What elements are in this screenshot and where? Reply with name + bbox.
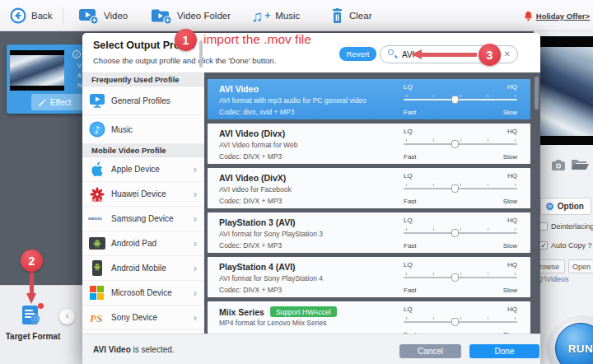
slider-lq-label: LQ: [404, 128, 413, 135]
sidebar-item-sony-device[interactable]: PSSony Device›: [82, 306, 204, 330]
slider-tick: [460, 184, 461, 186]
slider-thumb[interactable]: [451, 140, 459, 148]
slider-lq-label: LQ: [404, 83, 413, 91]
cancel-button[interactable]: Cancel: [399, 344, 461, 358]
preview-player[interactable]: [540, 36, 593, 145]
slider-thumb[interactable]: [451, 229, 459, 237]
quality-slider[interactable]: LQHQFastSlow: [404, 128, 517, 161]
quality-slider[interactable]: LQHQFastSlow: [404, 172, 517, 205]
sidebar-item-music[interactable]: ♪Music: [82, 115, 204, 144]
profile-row-avi-video-divx-[interactable]: AVI Video (Divx)AVI Video format for Web…: [208, 124, 530, 164]
option-label: Option: [558, 202, 584, 211]
sidebar-section-header: Frequently Used Profile: [82, 73, 204, 86]
deinterlacing-checkbox-row[interactable]: Deinterlacing: [539, 222, 593, 231]
slider-fast-label: Fast: [404, 242, 417, 250]
profile-row-playstation-4-avi-[interactable]: PlayStation 4 (AVI)AVI format for Sony P…: [208, 257, 530, 297]
slider-lq-label: LQ: [404, 261, 413, 268]
slider-track[interactable]: [404, 232, 517, 234]
back-button[interactable]: Back: [10, 0, 53, 31]
chevron-right-icon: ›: [194, 237, 197, 250]
slider-tick: [406, 273, 407, 275]
quality-slider[interactable]: LQHQFastSlow: [404, 261, 517, 294]
hwaccel-badge: Support HWAccel: [270, 306, 337, 317]
slider-track[interactable]: [404, 321, 517, 323]
chevron-right-icon: ›: [194, 188, 197, 200]
slider-track[interactable]: [404, 143, 517, 145]
quality-slider[interactable]: LQHQFastSlow: [404, 217, 517, 250]
slider-lq-label: LQ: [404, 217, 413, 224]
sidebar-item-huawei-device[interactable]: HUAWEIHuawei Device›: [82, 182, 204, 207]
profile-description: AVI format for Sony PlayStation 4: [219, 274, 323, 282]
profile-row-playstation-3-avi-[interactable]: PlayStation 3 (AVI)AVI format for Sony P…: [208, 212, 530, 253]
sidebar-item-apple-device[interactable]: Apple Device›: [82, 157, 204, 182]
slider-thumb[interactable]: [451, 318, 459, 326]
slider-thumb[interactable]: [451, 96, 459, 104]
slider-tick: [488, 317, 488, 320]
clear-button[interactable]: Clear: [330, 0, 371, 31]
info-icon[interactable]: i: [72, 50, 81, 58]
slider-hq-label: HQ: [507, 261, 517, 268]
add-music-label: Music: [275, 11, 300, 21]
effect-button[interactable]: Effect: [31, 94, 82, 110]
holiday-offer-link[interactable]: Holiday Offer>: [524, 0, 590, 31]
sony-icon: PS: [88, 309, 105, 326]
option-button[interactable]: ⚙ Option: [540, 198, 591, 215]
slider-thumb[interactable]: [451, 184, 459, 193]
slider-tick: [515, 95, 516, 97]
profile-title: AVI Video (Divx): [219, 128, 285, 138]
slider-thumb[interactable]: [451, 273, 459, 282]
music-plus-icon: +: [264, 10, 270, 21]
target-format-icon[interactable]: ⚙: [22, 303, 44, 326]
deinterlacing-checkbox[interactable]: [539, 222, 548, 231]
profile-description: AVI format for Sony PlayStation 3: [219, 230, 323, 238]
profile-row-avi-video-divx-[interactable]: AVI Video (DivX)AVI video for FacebookCo…: [208, 168, 530, 208]
profile-row-avi-video[interactable]: AVI VideoAVI format with mp3 audio for P…: [208, 79, 530, 119]
selection-status: AVI Video is selected.: [93, 345, 175, 354]
apple-icon: [88, 161, 105, 178]
slider-track[interactable]: [404, 277, 517, 278]
slider-tick: [460, 139, 461, 142]
auto-copy-checkbox-row[interactable]: ✓ Auto Copy ?: [539, 241, 592, 250]
done-button[interactable]: Done: [469, 344, 539, 358]
profile-codec: Codec: DIVX + MP3: [219, 241, 282, 250]
chevron-right-icon: ›: [194, 287, 197, 299]
selection-status-rest: is selected.: [131, 345, 175, 354]
profile-list-scrollbar[interactable]: [535, 77, 539, 110]
profile-description: AVI format with mp3 audio for PC general…: [219, 96, 367, 105]
sidebar-item-android-mobile[interactable]: Android Mobile›: [82, 256, 204, 281]
collapse-chevron-button[interactable]: ‹: [59, 309, 75, 324]
slider-hq-label: HQ: [507, 172, 517, 180]
open-folder-icon[interactable]: [572, 159, 589, 170]
add-video-folder-button[interactable]: Video Folder: [151, 0, 231, 31]
sidebar-item-label: General Profiles: [111, 96, 170, 105]
profile-category-sidebar: Frequently Used ProfileGeneral Profiles♪…: [82, 72, 204, 334]
add-video-button[interactable]: Video: [78, 0, 128, 31]
slider-track[interactable]: [404, 188, 517, 189]
effect-label: Effect: [50, 98, 71, 107]
sidebar-scrollbar[interactable]: [199, 40, 203, 68]
slider-tick: [433, 139, 434, 142]
quality-slider[interactable]: LQHQFastSlow: [404, 306, 517, 334]
target-format-label[interactable]: Target Format: [0, 332, 66, 341]
profile-row-miix-series[interactable]: Miix SeriesSupport HWAccelMP4 format for…: [208, 301, 530, 334]
open-button[interactable]: Open: [568, 259, 593, 273]
sidebar-item-microsoft-device[interactable]: Microsoft Device›: [82, 281, 204, 306]
slider-slow-label: Slow: [503, 287, 517, 294]
sidebar-item-samsung-device[interactable]: SAMSUNGSamsung Device›: [82, 207, 204, 231]
add-music-button[interactable]: ♫ + Music: [251, 0, 300, 31]
auto-copy-checkbox[interactable]: ✓: [539, 241, 548, 250]
sidebar-item-label: Apple Device: [111, 165, 160, 174]
sidebar-item-general-profiles[interactable]: General Profiles: [82, 86, 204, 115]
toolbar-separator: [63, 7, 63, 25]
video-clip-card[interactable]: i V A N Effect: [7, 44, 82, 114]
run-button[interactable]: RUN: [555, 323, 593, 364]
sidebar-item-android-pad[interactable]: Android Pad›: [82, 231, 204, 256]
snapshot-camera-icon[interactable]: [552, 160, 566, 170]
slider-tick: [460, 95, 461, 97]
slider-tick: [433, 95, 434, 97]
revert-button[interactable]: Revert: [339, 47, 376, 61]
quality-slider[interactable]: LQHQFastSlow: [404, 83, 517, 116]
annotation-step-2: 2: [21, 250, 43, 272]
clear-search-icon[interactable]: ✕: [504, 49, 511, 58]
slider-track[interactable]: [404, 99, 517, 100]
